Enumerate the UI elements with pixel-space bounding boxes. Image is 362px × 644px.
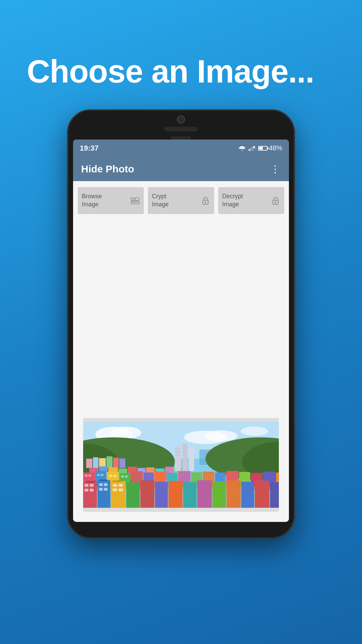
svg-rect-80 — [227, 480, 241, 507]
svg-rect-75 — [155, 482, 168, 508]
svg-rect-85 — [90, 484, 94, 486]
svg-rect-89 — [104, 483, 108, 486]
svg-rect-15 — [275, 203, 276, 204]
front-camera — [177, 115, 185, 123]
svg-rect-95 — [119, 488, 123, 491]
svg-rect-83 — [270, 482, 279, 508]
phone-top-hardware — [164, 115, 198, 140]
battery-fill — [259, 147, 263, 150]
svg-rect-29 — [93, 457, 98, 468]
svg-rect-64 — [101, 474, 103, 476]
svg-rect-12 — [205, 203, 206, 204]
app-title: Hide Photo — [81, 163, 134, 175]
svg-rect-86 — [85, 489, 88, 491]
svg-rect-87 — [90, 489, 94, 491]
svg-rect-103 — [178, 448, 179, 449]
signal-icon — [249, 146, 255, 151]
svg-rect-62 — [88, 475, 91, 476]
side-button-1 — [294, 210, 295, 237]
svg-rect-93 — [119, 484, 123, 486]
content-area: BrowseImage CryptImage — [73, 181, 289, 522]
svg-rect-81 — [241, 482, 254, 508]
selected-image-preview — [83, 418, 279, 512]
svg-rect-91 — [104, 488, 108, 490]
battery-percent: 48% — [269, 144, 282, 152]
svg-rect-101 — [189, 448, 194, 471]
wifi-icon — [239, 146, 246, 151]
battery-indicator: 48% — [258, 144, 282, 152]
svg-rect-98 — [113, 480, 122, 482]
svg-rect-92 — [113, 484, 117, 486]
svg-rect-28 — [86, 459, 92, 468]
svg-rect-31 — [106, 456, 112, 468]
status-bar: 19:37 — [73, 140, 289, 157]
svg-rect-97 — [99, 479, 108, 481]
crypt-image-label: CryptImage — [152, 193, 169, 208]
phone-shell: 19:37 — [67, 109, 295, 539]
lock-closed-icon — [201, 196, 210, 205]
svg-rect-104 — [176, 451, 177, 452]
phone-screen: 19:37 — [73, 140, 289, 522]
svg-rect-107 — [178, 454, 179, 455]
overflow-menu-button[interactable]: ⋮ — [270, 163, 281, 175]
status-time: 19:37 — [80, 144, 99, 153]
svg-rect-77 — [183, 482, 196, 508]
svg-rect-99 — [175, 446, 181, 471]
svg-rect-2 — [252, 147, 253, 151]
browse-image-button[interactable]: BrowseImage — [78, 187, 144, 214]
svg-point-21 — [204, 430, 237, 441]
phone-slot — [171, 136, 191, 140]
svg-rect-63 — [97, 474, 100, 476]
svg-rect-100 — [183, 443, 188, 471]
browse-image-label: BrowseImage — [82, 193, 102, 208]
svg-rect-65 — [109, 475, 112, 477]
svg-rect-76 — [169, 481, 183, 507]
battery-bar — [258, 146, 267, 151]
svg-rect-78 — [197, 480, 212, 507]
svg-rect-1 — [250, 148, 251, 151]
svg-rect-88 — [99, 483, 103, 486]
crypt-image-button[interactable]: CryptImage — [148, 187, 214, 214]
page-headline: Choose an Image... — [0, 0, 362, 109]
svg-point-19 — [111, 427, 141, 439]
svg-rect-74 — [140, 480, 155, 507]
lock-open-icon — [271, 196, 280, 205]
svg-rect-96 — [86, 481, 94, 482]
svg-rect-0 — [249, 149, 250, 151]
svg-rect-84 — [85, 484, 88, 486]
decrypt-image-label: DecryptImage — [222, 193, 243, 208]
svg-rect-82 — [255, 481, 269, 507]
svg-rect-67 — [121, 476, 124, 477]
svg-point-22 — [241, 427, 268, 436]
side-button-2 — [294, 250, 295, 277]
empty-content-area — [73, 220, 289, 418]
gallery-icon — [130, 196, 140, 205]
svg-rect-79 — [213, 481, 226, 507]
svg-rect-33 — [119, 458, 125, 468]
svg-rect-90 — [99, 488, 103, 490]
svg-rect-61 — [85, 475, 87, 476]
city-scene-svg — [83, 418, 279, 512]
phone-speaker — [164, 127, 198, 131]
svg-rect-106 — [176, 454, 177, 455]
svg-rect-68 — [125, 476, 127, 477]
image-preview-container — [73, 418, 289, 522]
app-bar: Hide Photo ⋮ — [73, 157, 289, 181]
svg-rect-7 — [135, 198, 139, 201]
svg-rect-32 — [113, 458, 118, 468]
svg-rect-105 — [178, 451, 179, 452]
svg-rect-102 — [176, 448, 177, 449]
svg-point-9 — [132, 198, 133, 199]
svg-rect-94 — [113, 488, 117, 491]
decrypt-image-button[interactable]: DecryptImage — [218, 187, 284, 214]
status-icons: 48% — [239, 144, 282, 152]
svg-rect-73 — [126, 482, 140, 508]
action-button-row: BrowseImage CryptImage — [73, 181, 289, 220]
svg-rect-66 — [113, 475, 116, 477]
